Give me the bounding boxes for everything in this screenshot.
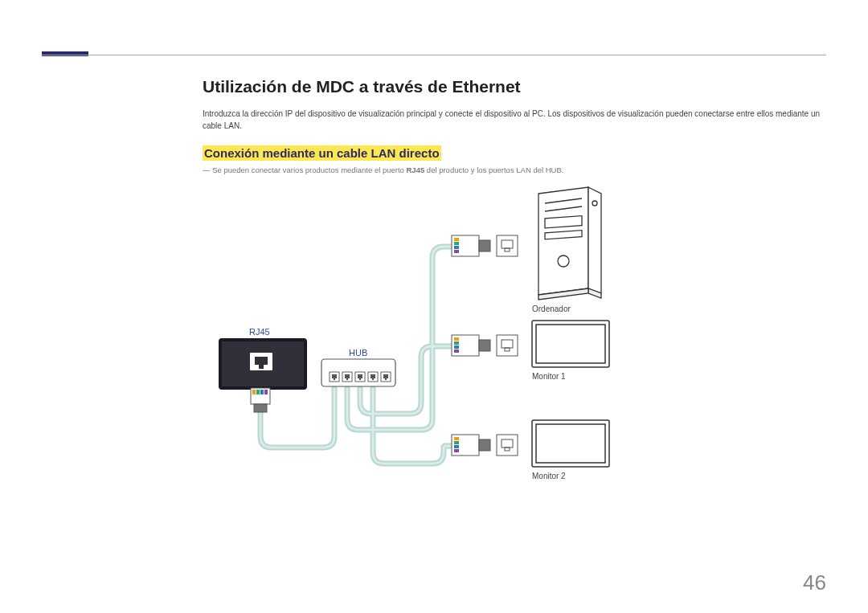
svg-rect-36 [479, 340, 490, 351]
svg-rect-21 [359, 378, 361, 380]
label-rj45: RJ45 [249, 327, 270, 337]
svg-rect-8 [260, 390, 264, 394]
svg-rect-24 [383, 374, 388, 378]
svg-rect-19 [346, 378, 348, 380]
svg-rect-29 [454, 242, 459, 245]
intro-text: Introduzca la dirección IP del dispositi… [203, 108, 826, 132]
svg-rect-40 [454, 349, 459, 353]
svg-rect-46 [454, 437, 459, 440]
svg-rect-48 [454, 445, 459, 448]
note-suffix: del producto y los puertos LAN del HUB. [424, 166, 563, 174]
svg-rect-27 [479, 240, 490, 251]
page-title: Utilización de MDC a través de Ethernet [203, 77, 826, 96]
diagram-figure: RJ45 HUB Ordenador Monitor 1 Monitor 2 [211, 186, 773, 507]
svg-point-58 [592, 201, 597, 206]
svg-point-57 [558, 255, 569, 267]
svg-rect-32 [497, 235, 518, 256]
note-text: ― Se pueden conectar varios productos me… [203, 165, 826, 176]
header-accent-bar [42, 51, 88, 56]
svg-rect-9 [264, 390, 268, 394]
svg-rect-17 [334, 378, 335, 380]
svg-rect-5 [254, 404, 267, 412]
svg-rect-20 [358, 374, 362, 378]
label-monitor1: Monitor 1 [532, 372, 566, 381]
label-hub: HUB [349, 348, 367, 358]
svg-rect-45 [479, 439, 490, 451]
highlight: Conexión mediante un cable LAN directo [203, 145, 441, 161]
svg-rect-25 [385, 378, 387, 380]
svg-rect-41 [497, 335, 518, 356]
svg-rect-50 [497, 435, 518, 456]
svg-rect-55 [545, 216, 582, 228]
svg-rect-38 [454, 341, 459, 345]
section-subtitle: Conexión mediante un cable LAN directo [203, 146, 441, 160]
svg-rect-23 [372, 378, 374, 380]
svg-rect-60 [536, 325, 605, 363]
svg-rect-16 [332, 374, 337, 378]
label-computer: Ordenador [532, 304, 571, 313]
svg-rect-6 [252, 390, 256, 394]
svg-rect-22 [371, 374, 375, 378]
note-prefix: ― Se pueden conectar varios productos me… [203, 166, 407, 174]
svg-rect-37 [454, 337, 459, 341]
svg-rect-18 [345, 374, 350, 378]
header-rule [42, 55, 826, 55]
svg-rect-39 [454, 345, 459, 349]
svg-rect-62 [536, 424, 605, 463]
svg-rect-3 [259, 365, 264, 369]
svg-rect-28 [454, 238, 459, 241]
svg-rect-31 [454, 250, 459, 253]
svg-rect-7 [256, 390, 260, 394]
page-root: Utilización de MDC a través de Ethernet … [0, 0, 868, 613]
page-number: 46 [803, 570, 826, 595]
content-area: Utilización de MDC a través de Ethernet … [42, 77, 826, 507]
label-monitor2: Monitor 2 [532, 472, 566, 480]
svg-rect-30 [454, 246, 459, 249]
svg-rect-47 [454, 441, 459, 444]
diagram-svg [211, 186, 773, 507]
svg-rect-2 [255, 357, 268, 365]
note-bold: RJ45 [407, 166, 425, 174]
svg-rect-49 [454, 449, 459, 452]
